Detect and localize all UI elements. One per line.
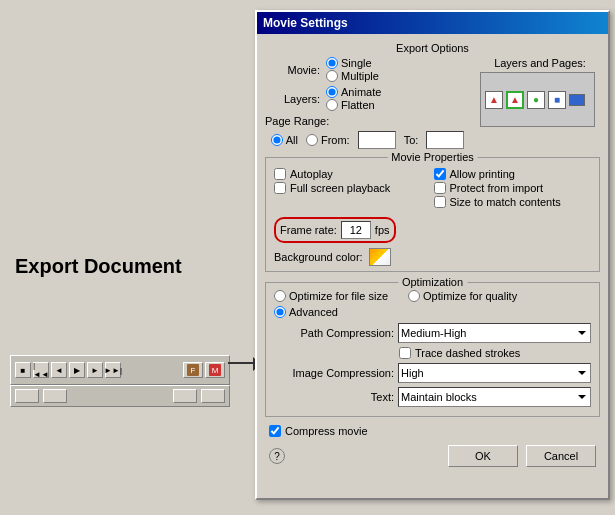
movie-props-right: Allow printing Protect from import Size … <box>434 168 592 208</box>
movie-layers-col: Movie: Single Multiple Layers: <box>265 57 470 151</box>
fullscreen-item: Full screen playback <box>274 182 432 194</box>
layer-thumb-4: ■ <box>548 91 566 109</box>
movie-radio-group: Single Multiple <box>326 57 379 82</box>
export-options-label: Export Options <box>265 42 600 54</box>
compress-checkbox[interactable] <box>269 425 281 437</box>
cancel-button[interactable]: Cancel <box>526 445 596 467</box>
small-btn4[interactable] <box>201 389 225 403</box>
icon-btn1[interactable]: F <box>183 362 203 378</box>
button-group: OK Cancel <box>448 445 596 467</box>
optimization-group: Optimization Optimize for file size Opti… <box>265 282 600 417</box>
opt-radios: Optimize for file size Optimize for qual… <box>274 290 591 302</box>
page-all-item: All <box>271 134 298 146</box>
allow-printing-checkbox[interactable] <box>434 168 446 180</box>
autoplay-label: Autoplay <box>290 168 333 180</box>
layers-flatten-radio[interactable] <box>326 99 338 111</box>
page-range-section: Page Range: <box>265 115 470 127</box>
movie-settings-dialog: Movie Settings Export Options Movie: Sin… <box>255 10 610 500</box>
opt-quality-label: Optimize for quality <box>423 290 517 302</box>
layers-radio-group: Animate Flatten <box>326 86 381 111</box>
protect-import-label: Protect from import <box>450 182 544 194</box>
opt-advanced-item: Advanced <box>274 306 591 318</box>
opt-quality-item: Optimize for quality <box>408 290 517 302</box>
prev-frame-btn[interactable]: ◄ <box>51 362 67 378</box>
small-btn2[interactable] <box>43 389 67 403</box>
page-all-label: All <box>286 134 298 146</box>
movie-props-left: Autoplay Full screen playback <box>274 168 432 208</box>
trace-checkbox[interactable] <box>399 347 411 359</box>
layer-thumb-5 <box>569 94 585 106</box>
trace-row: Trace dashed strokes <box>399 347 591 359</box>
text-select[interactable]: Maintain blocks Flatten Outline <box>398 387 591 407</box>
movie-single-label: Single <box>341 57 372 69</box>
framerate-container: Frame rate: fps <box>274 213 591 243</box>
image-compression-select[interactable]: Low Medium High Lossless <box>398 363 591 383</box>
layers-row: Layers: Animate Flatten <box>265 86 470 111</box>
export-document-label: Export Document <box>15 255 182 278</box>
help-icon[interactable]: ? <box>269 448 285 464</box>
protect-import-checkbox[interactable] <box>434 182 446 194</box>
ok-button[interactable]: OK <box>448 445 518 467</box>
movie-multiple-radio[interactable] <box>326 70 338 82</box>
text-row: Text: Maintain blocks Flatten Outline <box>274 387 591 407</box>
transport-bar: ■ |◄◄ ◄ ▶ ► ►►| F M <box>10 355 230 385</box>
prev-start-btn[interactable]: |◄◄ <box>33 362 49 378</box>
dialog-body: Export Options Movie: Single Multiple <box>257 34 608 475</box>
small-btn3[interactable] <box>173 389 197 403</box>
autoplay-checkbox[interactable] <box>274 168 286 180</box>
text-label: Text: <box>274 391 394 403</box>
movie-multiple-label: Multiple <box>341 70 379 82</box>
allow-printing-label: Allow printing <box>450 168 515 180</box>
page-all-radio[interactable] <box>271 134 283 146</box>
svg-text:M: M <box>212 366 219 375</box>
page-to-label: To: <box>404 134 419 146</box>
page-from-radio[interactable] <box>306 134 318 146</box>
page-range-label: Page Range: <box>265 115 329 127</box>
left-panel: Export Document ■ |◄◄ ◄ ▶ ► ►►| F M <box>0 0 255 515</box>
page-from-input[interactable] <box>358 131 396 149</box>
opt-filesize-label: Optimize for file size <box>289 290 388 302</box>
layers-animate-radio[interactable] <box>326 86 338 98</box>
layers-preview: ▲ ▲ ● ■ <box>480 72 595 127</box>
opt-advanced-label: Advanced <box>289 306 338 318</box>
autoplay-item: Autoplay <box>274 168 432 180</box>
framerate-row: Frame rate: fps <box>274 217 396 243</box>
framerate-unit: fps <box>375 224 390 236</box>
transport-bar2 <box>10 385 230 407</box>
framerate-input[interactable] <box>341 221 371 239</box>
movie-single-item: Single <box>326 57 379 69</box>
path-compression-label: Path Compression: <box>274 327 394 339</box>
fullscreen-checkbox[interactable] <box>274 182 286 194</box>
next-frame-btn[interactable]: ► <box>87 362 103 378</box>
stop-btn[interactable]: ■ <box>15 362 31 378</box>
optimization-label: Optimization <box>398 276 467 288</box>
opt-filesize-radio[interactable] <box>274 290 286 302</box>
bgcolor-swatch[interactable] <box>369 248 391 266</box>
layers-pages-label: Layers and Pages: <box>480 57 600 69</box>
layer-thumb-3: ● <box>527 91 545 109</box>
play-btn[interactable]: ▶ <box>69 362 85 378</box>
path-compression-select[interactable]: Low Medium Medium-High High Lossless <box>398 323 591 343</box>
size-match-item: Size to match contents <box>434 196 592 208</box>
movie-props-grid: Autoplay Full screen playback Allow prin… <box>274 168 591 208</box>
icon-btn2[interactable]: M <box>205 362 225 378</box>
movie-single-radio[interactable] <box>326 57 338 69</box>
movie-label: Movie: <box>265 64 320 76</box>
compress-row: Compress movie <box>269 425 600 437</box>
path-compression-row: Path Compression: Low Medium Medium-High… <box>274 323 591 343</box>
svg-text:F: F <box>191 366 196 375</box>
layers-label: Layers: <box>265 93 320 105</box>
movie-props-label: Movie Properties <box>387 151 478 163</box>
opt-advanced-radio[interactable] <box>274 306 286 318</box>
opt-quality-radio[interactable] <box>408 290 420 302</box>
size-match-checkbox[interactable] <box>434 196 446 208</box>
movie-row: Movie: Single Multiple <box>265 57 470 82</box>
trace-label: Trace dashed strokes <box>415 347 520 359</box>
page-to-input[interactable] <box>426 131 464 149</box>
page-from-label: From: <box>321 134 350 146</box>
next-end-btn[interactable]: ►►| <box>105 362 121 378</box>
dialog-title: Movie Settings <box>263 16 348 30</box>
layers-preview-col: Layers and Pages: ▲ ▲ ● ■ <box>480 57 600 151</box>
layer-thumb-2: ▲ <box>506 91 524 109</box>
small-btn1[interactable] <box>15 389 39 403</box>
